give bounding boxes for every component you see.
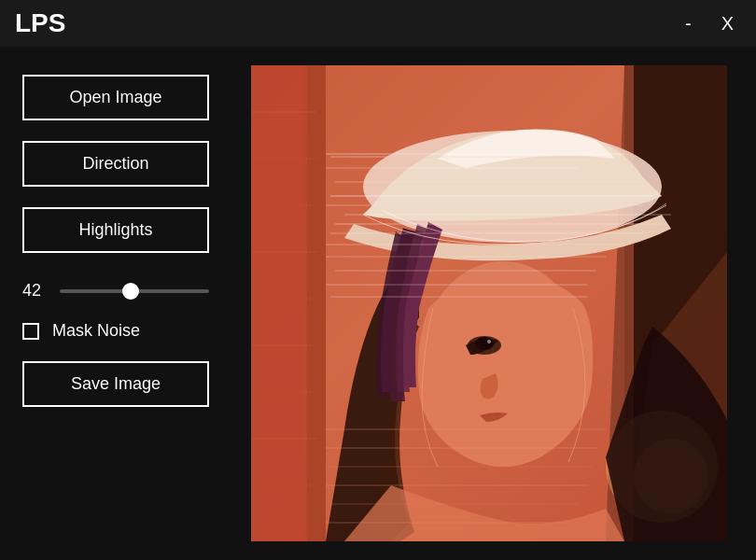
slider-track[interactable]	[60, 289, 209, 293]
image-area	[231, 47, 756, 560]
mask-noise-checkbox[interactable]	[22, 323, 39, 340]
close-button[interactable]: X	[714, 11, 741, 36]
image-canvas	[251, 65, 727, 541]
slider-thumb[interactable]	[122, 283, 139, 300]
svg-rect-3	[251, 65, 302, 541]
slider-value: 42	[22, 281, 49, 301]
save-image-button[interactable]: Save Image	[22, 361, 209, 407]
main-content: Open Image Direction Highlights 42 Mask …	[0, 47, 756, 560]
svg-point-9	[475, 337, 494, 350]
processed-image	[251, 65, 727, 541]
window-controls: - X	[678, 11, 741, 36]
minimize-button[interactable]: -	[678, 11, 699, 36]
mask-noise-section: Mask Noise	[22, 321, 209, 341]
app-title: LPS	[15, 8, 65, 38]
open-image-button[interactable]: Open Image	[22, 75, 209, 120]
title-bar: LPS - X	[0, 0, 756, 47]
mask-noise-label: Mask Noise	[52, 321, 140, 341]
highlights-button[interactable]: Highlights	[22, 207, 209, 253]
slider-section: 42	[22, 281, 209, 301]
svg-point-10	[487, 340, 491, 343]
direction-button[interactable]: Direction	[22, 141, 209, 187]
sidebar: Open Image Direction Highlights 42 Mask …	[0, 47, 231, 560]
